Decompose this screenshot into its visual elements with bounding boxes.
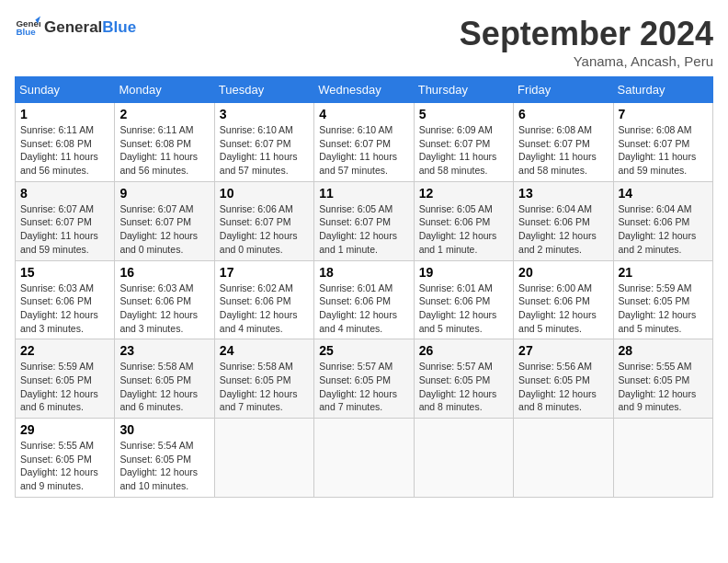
day-info: Sunrise: 6:05 AMSunset: 6:07 PMDaylight:… [319,203,397,255]
day-number: 26 [419,343,508,358]
table-cell: 3 Sunrise: 6:10 AMSunset: 6:07 PMDayligh… [214,103,313,182]
table-cell: 12 Sunrise: 6:05 AMSunset: 6:06 PMDaylig… [414,181,513,260]
day-info: Sunrise: 6:05 AMSunset: 6:06 PMDaylight:… [419,203,497,255]
day-info: Sunrise: 6:08 AMSunset: 6:07 PMDaylight:… [619,124,697,176]
table-cell: 16 Sunrise: 6:03 AMSunset: 6:06 PMDaylig… [115,260,214,339]
header: General Blue GeneralBlue September 2024 … [15,15,713,69]
day-number: 3 [220,107,309,121]
calendar-week-row: 15 Sunrise: 6:03 AMSunset: 6:06 PMDaylig… [16,260,713,339]
day-number: 29 [20,422,109,437]
calendar-week-row: 22 Sunrise: 5:59 AMSunset: 6:05 PMDaylig… [16,339,713,419]
day-info: Sunrise: 6:10 AMSunset: 6:07 PMDaylight:… [220,124,298,176]
day-info: Sunrise: 6:00 AMSunset: 6:06 PMDaylight:… [518,282,597,334]
day-number: 25 [319,343,408,358]
day-info: Sunrise: 6:11 AMSunset: 6:08 PMDaylight:… [20,124,98,176]
table-cell: 1 Sunrise: 6:11 AMSunset: 6:08 PMDayligh… [16,103,115,182]
day-info: Sunrise: 6:10 AMSunset: 6:07 PMDaylight:… [319,124,397,176]
day-number: 7 [619,107,708,121]
table-cell: 29 Sunrise: 5:55 AMSunset: 6:05 PMDaylig… [16,419,115,498]
col-friday: Friday [514,77,613,103]
table-cell: 5 Sunrise: 6:09 AMSunset: 6:07 PMDayligh… [414,103,513,182]
col-tuesday: Tuesday [214,77,313,103]
logo-blue: Blue [102,18,136,37]
day-number: 22 [20,343,109,358]
day-number: 30 [119,422,209,437]
day-info: Sunrise: 6:01 AMSunset: 6:06 PMDaylight:… [419,282,497,334]
day-number: 10 [220,186,309,201]
title-area: September 2024 Yanama, Ancash, Peru [460,15,713,69]
day-info: Sunrise: 5:58 AMSunset: 6:05 PMDaylight:… [220,361,298,412]
logo-svg: General Blue [15,15,40,40]
day-number: 14 [619,186,708,201]
day-info: Sunrise: 6:11 AMSunset: 6:08 PMDaylight:… [119,124,198,176]
month-title: September 2024 [460,15,713,53]
day-info: Sunrise: 6:06 AMSunset: 6:07 PMDaylight:… [220,203,298,255]
day-info: Sunrise: 5:55 AMSunset: 6:05 PMDaylight:… [20,440,98,491]
day-number: 28 [619,343,708,358]
day-number: 16 [119,265,209,280]
day-number: 11 [319,186,408,201]
day-info: Sunrise: 6:03 AMSunset: 6:06 PMDaylight:… [20,282,98,334]
location: Yanama, Ancash, Peru [460,53,713,69]
table-cell: 11 Sunrise: 6:05 AMSunset: 6:07 PMDaylig… [314,181,414,260]
day-info: Sunrise: 5:57 AMSunset: 6:05 PMDaylight:… [419,361,497,412]
table-cell: 20 Sunrise: 6:00 AMSunset: 6:06 PMDaylig… [514,260,613,339]
table-cell: 22 Sunrise: 5:59 AMSunset: 6:05 PMDaylig… [16,339,115,419]
table-cell: 25 Sunrise: 5:57 AMSunset: 6:05 PMDaylig… [314,339,414,419]
day-number: 2 [119,107,209,121]
day-info: Sunrise: 6:07 AMSunset: 6:07 PMDaylight:… [20,203,98,255]
day-info: Sunrise: 5:59 AMSunset: 6:05 PMDaylight:… [619,282,697,334]
day-info: Sunrise: 6:04 AMSunset: 6:06 PMDaylight:… [619,203,697,255]
table-cell: 7 Sunrise: 6:08 AMSunset: 6:07 PMDayligh… [613,103,712,182]
col-saturday: Saturday [613,77,712,103]
table-cell: 17 Sunrise: 6:02 AMSunset: 6:06 PMDaylig… [214,260,313,339]
day-number: 20 [518,265,608,280]
day-number: 13 [518,186,608,201]
day-info: Sunrise: 6:02 AMSunset: 6:06 PMDaylight:… [220,282,298,334]
day-info: Sunrise: 6:07 AMSunset: 6:07 PMDaylight:… [119,203,198,255]
col-sunday: Sunday [16,77,115,103]
table-cell: 23 Sunrise: 5:58 AMSunset: 6:05 PMDaylig… [115,339,214,419]
table-cell: 9 Sunrise: 6:07 AMSunset: 6:07 PMDayligh… [115,181,214,260]
day-number: 21 [619,265,708,280]
table-cell [314,419,414,498]
logo: General Blue GeneralBlue [15,15,136,40]
day-number: 24 [220,343,309,358]
table-cell: 30 Sunrise: 5:54 AMSunset: 6:05 PMDaylig… [115,419,214,498]
table-cell: 28 Sunrise: 5:55 AMSunset: 6:05 PMDaylig… [613,339,712,419]
day-info: Sunrise: 5:56 AMSunset: 6:05 PMDaylight:… [518,361,597,412]
day-info: Sunrise: 5:57 AMSunset: 6:05 PMDaylight:… [319,361,397,412]
day-number: 17 [220,265,309,280]
table-cell: 14 Sunrise: 6:04 AMSunset: 6:06 PMDaylig… [613,181,712,260]
day-info: Sunrise: 5:59 AMSunset: 6:05 PMDaylight:… [20,361,98,412]
day-number: 23 [119,343,209,358]
col-thursday: Thursday [414,77,513,103]
day-info: Sunrise: 6:01 AMSunset: 6:06 PMDaylight:… [319,282,397,334]
day-number: 5 [419,107,508,121]
day-number: 4 [319,107,408,121]
table-cell: 18 Sunrise: 6:01 AMSunset: 6:06 PMDaylig… [314,260,414,339]
svg-text:Blue: Blue [16,27,36,37]
day-info: Sunrise: 6:04 AMSunset: 6:06 PMDaylight:… [518,203,597,255]
table-cell [514,419,613,498]
table-cell: 13 Sunrise: 6:04 AMSunset: 6:06 PMDaylig… [514,181,613,260]
table-cell: 26 Sunrise: 5:57 AMSunset: 6:05 PMDaylig… [414,339,513,419]
table-cell: 24 Sunrise: 5:58 AMSunset: 6:05 PMDaylig… [214,339,313,419]
calendar-table: Sunday Monday Tuesday Wednesday Thursday… [15,76,713,498]
table-cell: 27 Sunrise: 5:56 AMSunset: 6:05 PMDaylig… [514,339,613,419]
table-cell: 8 Sunrise: 6:07 AMSunset: 6:07 PMDayligh… [16,181,115,260]
day-number: 27 [518,343,608,358]
day-number: 15 [20,265,109,280]
table-cell [613,419,712,498]
day-info: Sunrise: 5:55 AMSunset: 6:05 PMDaylight:… [619,361,697,412]
table-cell: 6 Sunrise: 6:08 AMSunset: 6:07 PMDayligh… [514,103,613,182]
day-number: 9 [119,186,209,201]
day-info: Sunrise: 5:58 AMSunset: 6:05 PMDaylight:… [119,361,198,412]
calendar-week-row: 29 Sunrise: 5:55 AMSunset: 6:05 PMDaylig… [16,419,713,498]
table-cell: 15 Sunrise: 6:03 AMSunset: 6:06 PMDaylig… [16,260,115,339]
table-cell: 19 Sunrise: 6:01 AMSunset: 6:06 PMDaylig… [414,260,513,339]
table-cell: 10 Sunrise: 6:06 AMSunset: 6:07 PMDaylig… [214,181,313,260]
day-info: Sunrise: 5:54 AMSunset: 6:05 PMDaylight:… [119,440,198,491]
col-wednesday: Wednesday [314,77,414,103]
day-number: 6 [518,107,608,121]
